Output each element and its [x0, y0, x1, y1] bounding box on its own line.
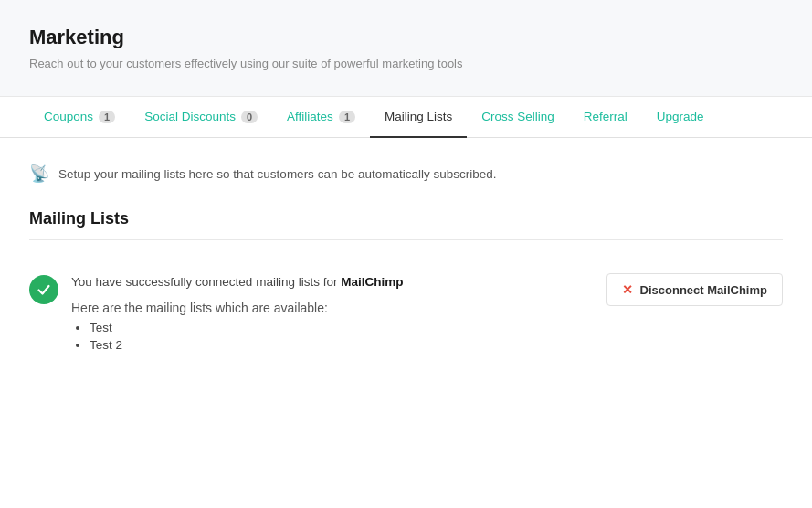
wifi-icon: 📡	[29, 164, 49, 184]
tab-cross-selling[interactable]: Cross Selling	[467, 97, 569, 138]
info-banner: 📡 Setup your mailing lists here so that …	[29, 164, 783, 184]
tab-social-discounts-badge: 0	[241, 111, 258, 123]
tab-coupons-label: Coupons	[44, 110, 93, 123]
page-title: Marketing	[29, 26, 783, 49]
tab-navigation: Coupons 1 Social Discounts 0 Affiliates …	[0, 97, 812, 138]
success-text: You have successfully connected mailing …	[71, 273, 403, 291]
lists-label: Here are the mailing lists which are ava…	[71, 301, 403, 315]
tab-affiliates-badge: 1	[339, 111, 355, 123]
tab-affiliates[interactable]: Affiliates 1	[272, 97, 370, 138]
success-message-body: You have successfully connected mailing …	[71, 273, 403, 355]
success-card: You have successfully connected mailing …	[29, 259, 783, 370]
tab-upgrade-label: Upgrade	[657, 110, 704, 123]
tab-mailing-lists-label: Mailing Lists	[385, 110, 452, 123]
success-prefix: You have successfully connected mailing …	[71, 275, 341, 289]
tab-social-discounts[interactable]: Social Discounts 0	[130, 97, 272, 138]
list-item: Test	[90, 321, 403, 334]
section-title: Mailing Lists	[29, 209, 783, 240]
disconnect-button-label: Disconnect MailChimp	[640, 283, 767, 297]
tab-coupons-badge: 1	[99, 111, 115, 123]
tab-coupons[interactable]: Coupons 1	[29, 97, 130, 138]
success-brand: MailChimp	[341, 275, 403, 289]
disconnect-mailchimp-button[interactable]: ✕ Disconnect MailChimp	[606, 273, 783, 306]
page-header: Marketing Reach out to your customers ef…	[0, 0, 812, 97]
disconnect-x-icon: ✕	[622, 282, 633, 297]
tab-upgrade[interactable]: Upgrade	[642, 97, 719, 138]
mailing-list: Test Test 2	[71, 321, 403, 352]
tab-referral[interactable]: Referral	[569, 97, 642, 138]
success-icon	[29, 275, 58, 304]
info-text: Setup your mailing lists here so that cu…	[58, 167, 496, 181]
main-content: 📡 Setup your mailing lists here so that …	[0, 138, 812, 396]
list-item: Test 2	[90, 338, 403, 352]
success-left: You have successfully connected mailing …	[29, 273, 403, 355]
page-subtitle: Reach out to your customers effectively …	[29, 57, 783, 70]
tab-referral-label: Referral	[584, 110, 627, 123]
tab-mailing-lists[interactable]: Mailing Lists	[370, 97, 467, 138]
tab-cross-selling-label: Cross Selling	[481, 110, 554, 123]
tab-social-discounts-label: Social Discounts	[144, 110, 236, 123]
tab-affiliates-label: Affiliates	[287, 110, 333, 123]
